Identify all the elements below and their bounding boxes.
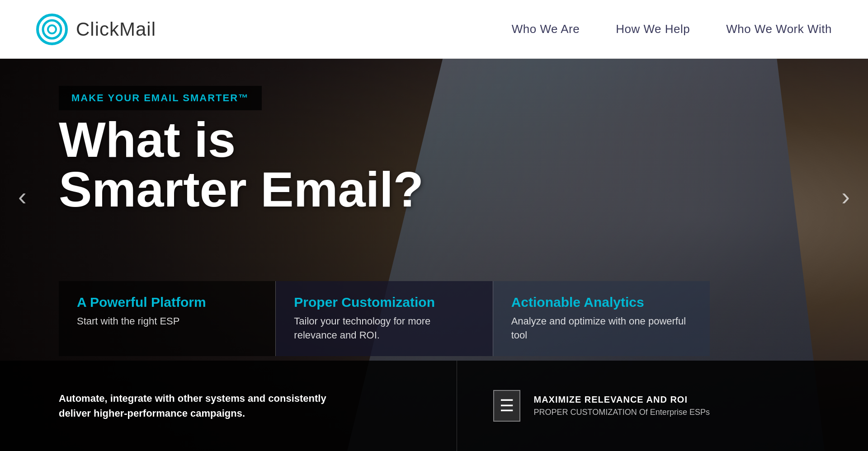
bottom-left-text: Automate, integrate with other systems a… [59, 391, 353, 421]
bottom-right-title: MAXIMIZE RELEVANCE AND ROI [534, 395, 710, 405]
logo-area: ClickMail [36, 14, 156, 45]
hero-tag: MAKE YOUR EMAIL SMARTER™ [71, 92, 249, 103]
hero-section: ‹ › MAKE YOUR EMAIL SMARTER™ What is Sma… [0, 59, 868, 451]
feature-actionable-analytics[interactable]: Actionable Analytics Analyze and optimiz… [493, 281, 710, 356]
svg-point-1 [43, 20, 61, 38]
hero-headline-line2: Smarter Email? [59, 161, 424, 217]
nav-how-we-help[interactable]: How We Help [616, 22, 690, 36]
hero-headline-line1: What is [59, 112, 236, 167]
bottom-right-text-area: MAXIMIZE RELEVANCE AND ROI PROPER CUSTOM… [534, 395, 710, 417]
feature-powerful-platform[interactable]: A Powerful Platform Start with the right… [59, 281, 276, 356]
hero-tag-box: MAKE YOUR EMAIL SMARTER™ [59, 86, 262, 110]
logo-icon [36, 14, 68, 45]
bottom-left: Automate, integrate with other systems a… [0, 361, 457, 451]
feature-proper-customization[interactable]: Proper Customization Tailor your technol… [276, 281, 493, 356]
hero-content: MAKE YOUR EMAIL SMARTER™ What is Smarter… [0, 59, 868, 214]
carousel-next-button[interactable]: › [832, 177, 859, 215]
feature-strip: A Powerful Platform Start with the right… [59, 281, 710, 356]
carousel-prev-button[interactable]: ‹ [9, 177, 36, 215]
bottom-right-subtitle: PROPER CUSTOMIZATION Of Enterprise ESPs [534, 408, 710, 417]
logo-text: ClickMail [76, 19, 156, 40]
nav-who-we-work-with[interactable]: Who We Work With [726, 22, 832, 36]
feature-actionable-analytics-desc: Analyze and optimize with one powerful t… [511, 315, 692, 343]
bottom-bar: Automate, integrate with other systems a… [0, 361, 868, 451]
main-nav: Who We Are How We Help Who We Work With [512, 22, 832, 36]
nav-who-we-are[interactable]: Who We Are [512, 22, 580, 36]
bottom-right: ☰ MAXIMIZE RELEVANCE AND ROI PROPER CUST… [457, 361, 868, 451]
feature-proper-customization-desc: Tailor your technology for more relevanc… [294, 315, 474, 343]
svg-point-2 [48, 25, 56, 33]
doc-icon: ☰ [493, 390, 520, 422]
feature-powerful-platform-title: A Powerful Platform [77, 295, 257, 310]
feature-powerful-platform-desc: Start with the right ESP [77, 315, 257, 329]
feature-actionable-analytics-title: Actionable Analytics [511, 295, 692, 310]
header: ClickMail Who We Are How We Help Who We … [0, 0, 868, 59]
feature-proper-customization-title: Proper Customization [294, 295, 474, 310]
hero-headline: What is Smarter Email? [59, 115, 556, 214]
